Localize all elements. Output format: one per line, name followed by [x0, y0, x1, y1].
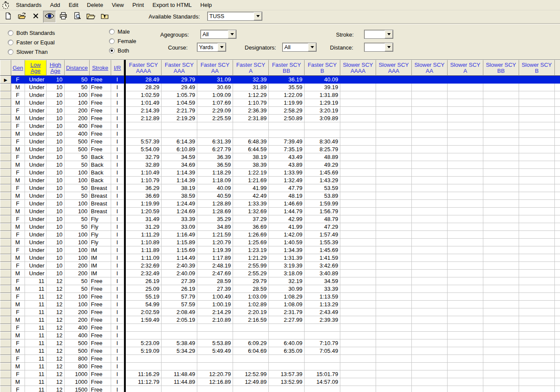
- row-selector[interactable]: [0, 363, 11, 370]
- row-selector[interactable]: [0, 355, 11, 363]
- radio-option-female[interactable]: Female: [109, 38, 136, 44]
- row-selector[interactable]: [0, 386, 11, 392]
- row-selector[interactable]: [0, 370, 11, 378]
- menu-item-standards[interactable]: Standards: [12, 0, 46, 10]
- row-selector[interactable]: [0, 130, 11, 138]
- menu-item-delete[interactable]: Delete: [83, 0, 108, 10]
- table-row[interactable]: MUnder1050BackI32.8934.6936.5938.3943.89…: [0, 161, 560, 169]
- radio-option-faster-or-equal[interactable]: Faster or Equal: [8, 39, 55, 46]
- view-eye-button[interactable]: [43, 11, 56, 23]
- table-row[interactable]: MUnder10100FreeI1:01.491:04.591:07.691:1…: [0, 99, 560, 107]
- row-selector[interactable]: [0, 246, 11, 254]
- row-selector[interactable]: [0, 122, 11, 130]
- row-selector[interactable]: [0, 192, 11, 200]
- radio-option-male[interactable]: Male: [109, 28, 136, 35]
- table-row[interactable]: M111250FreeI25.0926.1927.3928.5930.9933.…: [0, 285, 560, 293]
- table-row[interactable]: FUnder10100IMI1:11.891:15.691:19.391:23.…: [0, 246, 560, 254]
- table-row[interactable]: MUnder1050BreastI36.6938.5940.5942.4948.…: [0, 192, 560, 200]
- table-row[interactable]: F11121500FreeI: [0, 386, 560, 392]
- table-row[interactable]: MUnder10200IMI2:32.492:40.092:47.692:55.…: [0, 270, 560, 277]
- table-row[interactable]: FUnder10100FlyI1:11.291:16.491:21.591:26…: [0, 231, 560, 239]
- table-row[interactable]: MUnder1050FlyI31.2933.0934.8936.6941.994…: [0, 223, 560, 231]
- row-selector[interactable]: [0, 293, 11, 301]
- row-selector[interactable]: [0, 347, 11, 355]
- table-row[interactable]: F1112100FreeI55.1957.791:00.491:03.091:0…: [0, 293, 560, 301]
- row-selector[interactable]: [0, 285, 11, 293]
- designators-select[interactable]: All: [282, 43, 317, 52]
- row-selector[interactable]: [0, 339, 11, 347]
- table-row[interactable]: FUnder10100BreastI1:19.991:24.491:28.891…: [0, 200, 560, 208]
- radio-option-both-standards[interactable]: Both Standards: [8, 30, 55, 36]
- distance-select[interactable]: [364, 43, 393, 52]
- row-selector[interactable]: [0, 332, 11, 339]
- table-row[interactable]: MUnder10400FreeI: [0, 130, 560, 138]
- row-selector[interactable]: [0, 308, 11, 316]
- row-selector[interactable]: [0, 138, 11, 146]
- table-row[interactable]: M11121000FreeI11:12.7911:44.8912:16.8912…: [0, 378, 560, 386]
- row-selector[interactable]: [0, 99, 11, 107]
- row-selector[interactable]: [0, 254, 11, 262]
- menu-item-view[interactable]: View: [107, 0, 128, 10]
- table-row[interactable]: MUnder10100BreastI1:20.591:24.691:28.691…: [0, 208, 560, 215]
- new-document-button[interactable]: [2, 11, 15, 23]
- column-header-high-age[interactable]: HighAge: [47, 60, 65, 76]
- row-selector[interactable]: [0, 169, 11, 177]
- row-selector[interactable]: [0, 161, 11, 169]
- row-selector[interactable]: [0, 208, 11, 215]
- column-header-distance[interactable]: Distance: [65, 60, 90, 76]
- table-row[interactable]: ▶FUnder1050FreeI28.4929.7931.0932.3936.1…: [0, 76, 560, 84]
- table-row[interactable]: MUnder10100IMI1:11.091:14.491:17.891:21.…: [0, 254, 560, 262]
- menu-item-edit[interactable]: Edit: [64, 0, 82, 10]
- menu-item-add[interactable]: Add: [46, 0, 64, 10]
- stroke-select[interactable]: [364, 30, 393, 39]
- row-selector[interactable]: ▶: [0, 76, 11, 84]
- menu-item-help[interactable]: Help: [196, 0, 216, 10]
- column-header-stroke[interactable]: Stroke: [90, 60, 111, 76]
- table-row[interactable]: FUnder10200IMI2:32.692:40.392:48.192:55.…: [0, 262, 560, 270]
- open-standards-button[interactable]: [16, 11, 28, 23]
- table-row[interactable]: MUnder10100FlyI1:10.891:15.891:20.791:25…: [0, 239, 560, 246]
- folder-button[interactable]: [84, 11, 97, 23]
- available-standards-select[interactable]: TUSS: [207, 12, 262, 21]
- table-row[interactable]: M1112200FreeI1:59.492:05.192:10.892:16.5…: [0, 316, 560, 324]
- row-selector[interactable]: [0, 239, 11, 246]
- radio-option-both[interactable]: Both: [109, 47, 136, 54]
- course-select[interactable]: Yards: [197, 43, 226, 52]
- column-header-gen[interactable]: Gen: [11, 60, 25, 76]
- table-row[interactable]: FUnder1050FlyI31.4933.3935.2937.2942.994…: [0, 215, 560, 223]
- table-row[interactable]: F1112400FreeI: [0, 324, 560, 332]
- table-row[interactable]: FUnder10200FreeI2:14.392:21.792:29.092:3…: [0, 107, 560, 115]
- print-preview-button[interactable]: [71, 11, 84, 23]
- row-selector[interactable]: [0, 200, 11, 208]
- menu-item-export-to-html[interactable]: Export to HTML: [148, 0, 196, 10]
- table-row[interactable]: FUnder10100FreeI1:02.591:05.791:09.091:1…: [0, 91, 560, 99]
- table-row[interactable]: M1112400FreeI: [0, 332, 560, 339]
- agegroups-select[interactable]: All: [200, 30, 236, 39]
- table-row[interactable]: F1112800FreeI: [0, 355, 560, 363]
- row-selector[interactable]: [0, 378, 11, 386]
- table-row[interactable]: FUnder10100BackI1:10.491:14.391:18.291:2…: [0, 169, 560, 177]
- table-row[interactable]: MUnder10200FreeI2:12.892:19.292:25.592:3…: [0, 115, 560, 122]
- table-row[interactable]: M1112800FreeI: [0, 363, 560, 370]
- table-row[interactable]: FUnder10500FreeI5:57.396:14.396:31.396:4…: [0, 138, 560, 146]
- row-selector[interactable]: [0, 115, 11, 122]
- radio-option-slower-than[interactable]: Slower Than: [8, 49, 55, 55]
- row-selector[interactable]: [0, 215, 11, 223]
- table-row[interactable]: M1112100FreeI54.9957.591:00.191:02.891:0…: [0, 301, 560, 308]
- row-selector[interactable]: [0, 153, 11, 161]
- row-selector[interactable]: [0, 301, 11, 308]
- table-row[interactable]: MUnder1050FreeI28.2929.4930.6931.8935.59…: [0, 84, 560, 91]
- column-header-i-r[interactable]: I/R: [111, 60, 124, 76]
- row-selector[interactable]: [0, 146, 11, 153]
- table-row[interactable]: MUnder10500FreeI5:54.096:10.896:27.796:4…: [0, 146, 560, 153]
- table-row[interactable]: FUnder10400FreeI: [0, 122, 560, 130]
- table-row[interactable]: FUnder1050BreastI36.2938.1940.0941.9947.…: [0, 184, 560, 192]
- menu-item-print[interactable]: Print: [128, 0, 148, 10]
- row-selector[interactable]: [0, 177, 11, 184]
- column-header-low-age[interactable]: LowAge: [25, 60, 47, 76]
- table-row[interactable]: M1112500FreeI5:19.095:34.295:49.496:04.6…: [0, 347, 560, 355]
- row-selector[interactable]: [0, 223, 11, 231]
- table-row[interactable]: MUnder10100BackI1:10.791:14.391:18.091:2…: [0, 177, 560, 184]
- row-selector[interactable]: [0, 184, 11, 192]
- delete-button[interactable]: [29, 11, 42, 23]
